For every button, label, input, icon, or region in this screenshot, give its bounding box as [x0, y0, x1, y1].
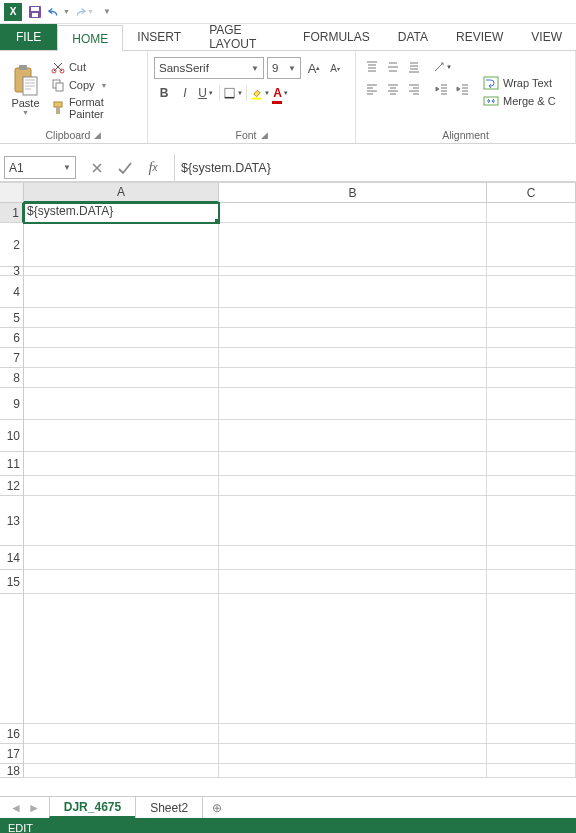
cell[interactable] [24, 368, 219, 388]
spreadsheet-grid[interactable]: ABC 123456789101112131415161718 ${system… [0, 182, 576, 796]
font-size-select[interactable]: 9 ▼ [267, 57, 301, 79]
cell[interactable] [24, 420, 219, 452]
cell[interactable] [219, 308, 487, 328]
grow-font-button[interactable]: A▴ [304, 58, 324, 78]
font-name-select[interactable]: SansSerif ▼ [154, 57, 264, 79]
row-header[interactable]: 5 [0, 308, 24, 328]
cell[interactable] [487, 452, 576, 476]
undo-button[interactable]: ▼ [48, 2, 70, 22]
cell[interactable] [24, 452, 219, 476]
tab-file[interactable]: FILE [0, 24, 57, 50]
cell[interactable] [24, 223, 219, 267]
cell[interactable] [24, 328, 219, 348]
cell[interactable] [487, 368, 576, 388]
row-header[interactable]: 13 [0, 496, 24, 546]
cell[interactable] [219, 276, 487, 308]
fill-color-button[interactable]: ▼ [250, 83, 270, 103]
column-header[interactable]: A [24, 183, 219, 203]
cell[interactable] [487, 546, 576, 570]
font-color-button[interactable]: A▼ [271, 83, 291, 103]
wrap-text-button[interactable]: Wrap Text [481, 75, 558, 91]
row-headers[interactable]: 123456789101112131415161718 [0, 203, 24, 796]
row-header[interactable]: 18 [0, 764, 24, 778]
row-header[interactable]: 17 [0, 744, 24, 764]
cell[interactable] [487, 388, 576, 420]
row-header[interactable]: 12 [0, 476, 24, 496]
merge-center-button[interactable]: Merge & C [481, 93, 558, 109]
cell[interactable] [219, 594, 487, 724]
cell[interactable] [219, 476, 487, 496]
cell[interactable] [24, 267, 219, 276]
row-header[interactable]: 1 [0, 203, 24, 223]
sheet-prev-icon[interactable]: ◄ [10, 801, 22, 815]
row-header[interactable] [0, 594, 24, 724]
select-all-corner[interactable] [0, 183, 24, 203]
fx-button[interactable]: fx [142, 157, 164, 179]
row-header[interactable]: 4 [0, 276, 24, 308]
row-header[interactable]: 7 [0, 348, 24, 368]
row-header[interactable]: 15 [0, 570, 24, 594]
cell[interactable] [219, 368, 487, 388]
cell[interactable] [219, 223, 487, 267]
align-bottom-button[interactable] [404, 57, 424, 77]
sheet-nav[interactable]: ◄ ► [0, 797, 50, 818]
tab-home[interactable]: HOME [57, 25, 123, 51]
increase-indent-button[interactable] [453, 79, 473, 99]
cell[interactable] [487, 744, 576, 764]
cell[interactable] [24, 744, 219, 764]
format-painter-button[interactable]: Format Painter [49, 95, 141, 121]
name-box[interactable]: A1 ▼ [4, 156, 76, 179]
cell[interactable] [487, 223, 576, 267]
enter-formula-button[interactable] [114, 157, 136, 179]
row-header[interactable]: 8 [0, 368, 24, 388]
cell[interactable] [487, 328, 576, 348]
cell[interactable] [219, 764, 487, 778]
column-headers[interactable]: ABC [24, 183, 576, 203]
cell[interactable]: ${system.DATA} [24, 203, 219, 223]
font-launcher-icon[interactable]: ◢ [261, 130, 268, 140]
cell[interactable] [219, 388, 487, 420]
decrease-indent-button[interactable] [432, 79, 452, 99]
align-top-button[interactable] [362, 57, 382, 77]
cell[interactable] [487, 496, 576, 546]
cell[interactable] [487, 348, 576, 368]
shrink-font-button[interactable]: A▾ [325, 58, 345, 78]
align-center-button[interactable] [383, 79, 403, 99]
bold-button[interactable]: B [154, 83, 174, 103]
redo-button[interactable]: ▼ [72, 2, 94, 22]
sheet-tab-active[interactable]: DJR_4675 [49, 797, 136, 818]
cell[interactable] [24, 348, 219, 368]
cell[interactable] [219, 724, 487, 744]
underline-button[interactable]: U▼ [196, 83, 216, 103]
formula-input[interactable]: ${system.DATA} [174, 154, 576, 181]
sheet-tab-sheet2[interactable]: Sheet2 [135, 797, 203, 818]
cell[interactable] [24, 388, 219, 420]
row-header[interactable]: 6 [0, 328, 24, 348]
row-header[interactable]: 11 [0, 452, 24, 476]
cell[interactable] [219, 203, 487, 223]
column-header[interactable]: B [219, 183, 487, 203]
tab-insert[interactable]: INSERT [123, 24, 195, 50]
cell[interactable] [487, 276, 576, 308]
save-icon[interactable] [24, 2, 46, 22]
cells-area[interactable]: ${system.DATA} [24, 203, 576, 796]
cell[interactable] [24, 546, 219, 570]
qat-customize-icon[interactable]: ▼ [96, 2, 118, 22]
cell[interactable] [219, 328, 487, 348]
cell[interactable] [219, 452, 487, 476]
add-sheet-button[interactable]: ⊕ [203, 797, 231, 818]
tab-page-layout[interactable]: PAGE LAYOUT [195, 24, 289, 50]
cell[interactable] [487, 267, 576, 276]
row-header[interactable]: 3 [0, 267, 24, 276]
cell[interactable] [487, 203, 576, 223]
paste-button[interactable]: Paste ▼ [6, 53, 45, 127]
cell[interactable] [487, 308, 576, 328]
cell[interactable] [24, 308, 219, 328]
cell[interactable] [219, 744, 487, 764]
align-left-button[interactable] [362, 79, 382, 99]
cell[interactable] [24, 764, 219, 778]
cell[interactable] [219, 267, 487, 276]
cell[interactable] [487, 724, 576, 744]
cell[interactable] [219, 570, 487, 594]
cell[interactable] [487, 476, 576, 496]
